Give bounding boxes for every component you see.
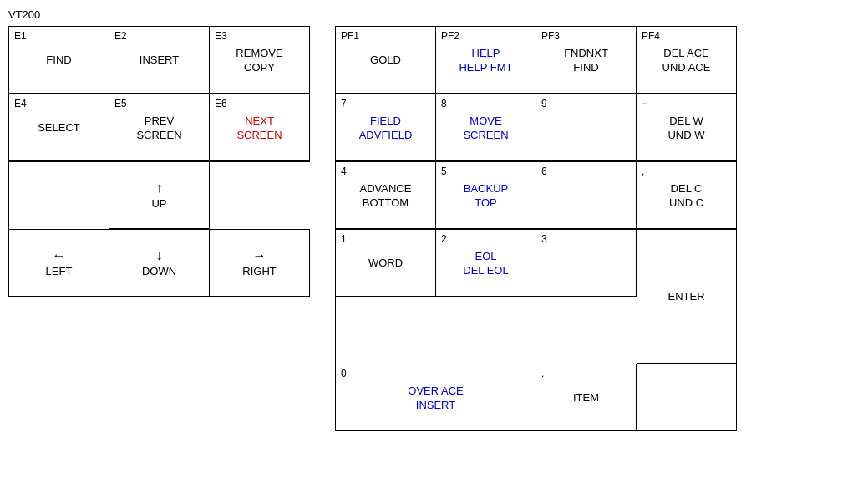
left-keyboard: E1 FIND E2 INSERT E3 REMOVE COPY xyxy=(8,26,310,431)
left-row-3: ↑ UP xyxy=(8,161,310,229)
left-row-2: E4 SELECT E5 PREV SCREEN E6 NEXT SCREEN xyxy=(8,94,310,161)
key-pf2[interactable]: PF2 HELP HELP FMT xyxy=(436,27,536,94)
key-up[interactable]: ↑ UP xyxy=(109,162,210,229)
key-e5[interactable]: E5 PREV SCREEN xyxy=(109,94,210,161)
key-enter-bottom xyxy=(637,364,737,431)
right-row-5: 0 OVER ACE INSERT . ITEM xyxy=(335,364,737,431)
key-3[interactable]: 3 xyxy=(536,230,637,297)
title: VT200 xyxy=(8,8,860,21)
key-e4[interactable]: E4 SELECT xyxy=(9,94,109,161)
key-dot[interactable]: . ITEM xyxy=(536,364,637,431)
key-e3[interactable]: E3 REMOVE COPY xyxy=(210,27,310,94)
key-8[interactable]: 8 MOVE SCREEN xyxy=(436,94,536,161)
right-keyboard: PF1 GOLD PF2 HELP HELP FMT PF3 FNDNXT FI… xyxy=(335,26,737,431)
key-empty-left xyxy=(9,162,109,229)
key-e2[interactable]: E2 INSERT xyxy=(109,27,210,94)
right-row-4: 1 WORD 2 EOL DEL EOL 3 ENTER xyxy=(335,229,737,364)
right-row-3: 4 ADVANCE BOTTOM 5 BACKUP TOP 6 , xyxy=(335,161,737,229)
key-pf3[interactable]: PF3 FNDNXT FIND xyxy=(536,27,637,94)
key-enter[interactable]: ENTER xyxy=(637,230,737,364)
left-row-1: E1 FIND E2 INSERT E3 REMOVE COPY xyxy=(8,26,310,94)
key-comma[interactable]: , DEL C UND C xyxy=(637,162,737,229)
key-left[interactable]: ← LEFT xyxy=(9,230,109,297)
key-e1[interactable]: E1 FIND xyxy=(9,27,109,94)
key-down[interactable]: ↓ DOWN xyxy=(109,230,210,297)
key-empty-right xyxy=(210,162,310,229)
key-6[interactable]: 6 xyxy=(536,162,637,229)
key-pf4[interactable]: PF4 DEL ACE UND ACE xyxy=(637,27,737,94)
key-4[interactable]: 4 ADVANCE BOTTOM xyxy=(336,162,436,229)
key-pf1[interactable]: PF1 GOLD xyxy=(336,27,436,94)
right-row-2: 7 FIELD ADVFIELD 8 MOVE SCREEN 9 − xyxy=(335,94,737,161)
left-row-4: ← LEFT ↓ DOWN → RIGHT xyxy=(8,229,310,297)
key-e6[interactable]: E6 NEXT SCREEN xyxy=(210,94,310,161)
key-7[interactable]: 7 FIELD ADVFIELD xyxy=(336,94,436,161)
key-2[interactable]: 2 EOL DEL EOL xyxy=(436,230,536,297)
key-right[interactable]: → RIGHT xyxy=(210,230,310,297)
key-0[interactable]: 0 OVER ACE INSERT xyxy=(336,364,536,431)
key-minus[interactable]: − DEL W UND W xyxy=(637,94,737,161)
right-row-1: PF1 GOLD PF2 HELP HELP FMT PF3 FNDNXT FI… xyxy=(335,26,737,94)
key-5[interactable]: 5 BACKUP TOP xyxy=(436,162,536,229)
key-9[interactable]: 9 xyxy=(536,94,637,161)
key-1[interactable]: 1 WORD xyxy=(336,230,436,297)
